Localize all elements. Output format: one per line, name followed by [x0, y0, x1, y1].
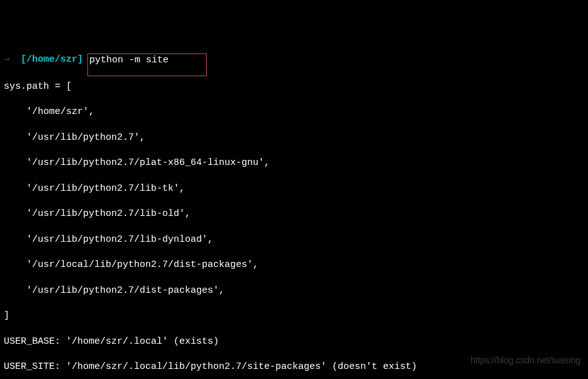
command-highlight-box: python -m site — [87, 54, 207, 76]
prompt-line-1[interactable]: → [/home/szr] python -m site — [4, 54, 584, 67]
output-line: '/usr/lib/python2.7/plat-x86_64-linux-gn… — [4, 157, 584, 169]
output-line: sys.path = [ — [4, 81, 584, 93]
output-line: '/usr/lib/python2.7/lib-dynload', — [4, 234, 584, 246]
output-line: USER_BASE: '/home/szr/.local' (exists) — [4, 336, 584, 348]
output-line: '/usr/lib/python2.7/lib-old', — [4, 208, 584, 220]
output-line: '/usr/lib/python2.7/dist-packages', — [4, 285, 584, 297]
output-line: '/usr/local/lib/python2.7/dist-packages'… — [4, 259, 584, 271]
prompt-path: [/home/szr] — [21, 54, 83, 65]
prompt-arrow-icon: → — [4, 54, 9, 65]
output-line: ] — [4, 310, 584, 322]
output-line: '/usr/lib/python2.7/lib-tk', — [4, 183, 584, 195]
watermark: https://blog.csdn.net/sueong — [470, 354, 580, 366]
command-text: python -m site — [89, 55, 169, 65]
output-line: '/home/szr', — [4, 106, 584, 118]
output-line: '/usr/lib/python2.7', — [4, 132, 584, 144]
